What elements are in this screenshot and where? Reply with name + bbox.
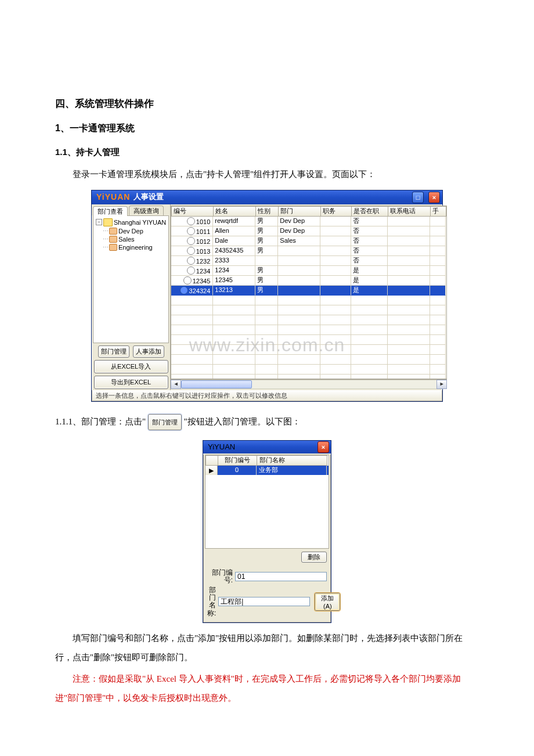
- table-row-empty: [171, 335, 446, 345]
- person-icon: [187, 247, 195, 255]
- tree-root-label: Shanghai YIYUAN: [114, 219, 166, 226]
- tree-root[interactable]: − Shanghai YIYUAN: [96, 218, 166, 227]
- tree-collapse-icon[interactable]: −: [96, 219, 102, 225]
- paragraph-1-1-1: 1.1.1、部门管理：点击" 部门管理 "按钮进入部门管理。以下图：: [55, 412, 479, 431]
- export-excel-button[interactable]: 导出到EXCEL: [94, 376, 168, 389]
- col-sex[interactable]: 性别: [256, 206, 279, 217]
- person-icon: [187, 237, 195, 245]
- dept-manage-button[interactable]: 部门管理: [98, 345, 129, 358]
- cell-dept-id: 0: [218, 466, 257, 475]
- grid-header: 编号 姓名 性别 部门 职务 是否在职 联系电话 手: [171, 206, 446, 217]
- table-row[interactable]: 1012Dale男Sales否: [171, 236, 446, 246]
- window-personnel-settings: YiYUAN 人事设置 □ × 部门查看 高级查询 −: [91, 190, 443, 402]
- dept-icon: [109, 236, 117, 243]
- table-row-empty: [171, 375, 446, 379]
- table-row-empty: [171, 315, 446, 325]
- tree-node[interactable]: ⋯ Dev Dep: [96, 227, 166, 235]
- dept-icon: [109, 244, 117, 251]
- tree-node-label: Engineering: [118, 244, 153, 251]
- col-id[interactable]: 编号: [171, 206, 214, 217]
- person-icon: [180, 286, 188, 294]
- person-icon: [187, 257, 195, 265]
- col-onjob[interactable]: 是否在职: [352, 206, 388, 217]
- col-dept-id[interactable]: 部门编号: [218, 455, 257, 466]
- input-dept-name[interactable]: [218, 597, 310, 606]
- table-row[interactable]: 1011Allen男Dev Dep否: [171, 226, 446, 236]
- dept-icon: [109, 228, 117, 235]
- tree-node-label: Dev Dep: [118, 228, 143, 235]
- table-row-empty: [171, 325, 446, 335]
- dept-grid[interactable]: 部门编号 部门名称 ▶ 0 业务部: [205, 455, 329, 549]
- table-row-empty: [171, 355, 446, 365]
- label-dept-name: 部门名称:: [207, 586, 216, 617]
- tab-dept-view[interactable]: 部门查看: [93, 206, 128, 216]
- dept-grid-row-selected[interactable]: ▶ 0 业务部: [205, 466, 329, 475]
- tree-node[interactable]: ⋯ Engineering: [96, 243, 166, 251]
- titlebar[interactable]: YiYUAN 人事设置 □ ×: [92, 190, 442, 204]
- table-row[interactable]: 101324352435男否: [171, 246, 446, 256]
- scroll-thumb[interactable]: [181, 380, 252, 388]
- label-dept-id: 部门编号:: [207, 569, 233, 584]
- dialog-dept-manage: YiYUAN × 部门编号 部门名称 ▶ 0 业务部: [203, 440, 331, 623]
- person-icon: [183, 276, 192, 285]
- table-row[interactable]: 1010rewqrtdf男Dev Dep否: [171, 217, 446, 226]
- status-bar: 选择一条信息，点击鼠标右键可以进行对应操作，双击可以修改信息: [92, 390, 442, 401]
- paragraph-intro: 登录一卡通管理系统模块后，点击"持卡人管理"组件打开人事设置。页面以下：: [55, 165, 479, 184]
- add-button[interactable]: 添加(A): [315, 593, 340, 611]
- dept-grid-header: 部门编号 部门名称: [205, 455, 329, 466]
- tree-node-label: Sales: [118, 236, 135, 243]
- horizontal-scrollbar[interactable]: ◄ ►: [171, 379, 447, 389]
- table-row-empty: [171, 365, 446, 375]
- import-excel-button[interactable]: 从EXCEL导入: [94, 360, 168, 373]
- table-row-empty: [171, 305, 446, 315]
- scroll-track[interactable]: [181, 380, 436, 389]
- table-row-empty: [171, 296, 446, 305]
- app-logo: YiYUAN: [96, 193, 130, 201]
- col-name[interactable]: 姓名: [214, 206, 256, 217]
- personnel-grid[interactable]: 编号 姓名 性别 部门 职务 是否在职 联系电话 手 1010rewqrtdf男…: [171, 206, 447, 379]
- folder-icon: [103, 218, 113, 226]
- col-tel[interactable]: 联系电话: [388, 206, 431, 217]
- maximize-button[interactable]: □: [412, 192, 424, 203]
- heading-1: 1、一卡通管理系统: [55, 118, 479, 138]
- scroll-right-button[interactable]: ►: [436, 380, 447, 389]
- table-row[interactable]: 12322333否: [171, 256, 446, 266]
- heading-1-1: 1.1、持卡人管理: [55, 142, 479, 161]
- sec111-pre: 1.1.1、部门管理：点击": [55, 417, 146, 426]
- col-dept-name[interactable]: 部门名称: [257, 455, 327, 466]
- add-person-button[interactable]: 人事添加: [133, 345, 164, 358]
- dialog-titlebar[interactable]: YiYUAN ×: [203, 441, 331, 453]
- person-icon: [187, 227, 195, 235]
- table-row[interactable]: 12341234男是: [171, 266, 446, 276]
- scroll-left-button[interactable]: ◄: [171, 380, 181, 389]
- inline-dept-manage-button: 部门管理: [148, 414, 182, 430]
- paragraph-fill-dept: 填写部门编号和部门名称，点击"添加"按钮用以添加部门。如删除某部门时，先选择列表…: [55, 629, 479, 667]
- dept-tree[interactable]: − Shanghai YIYUAN ⋯ Dev Dep ⋯ Sal: [93, 215, 169, 343]
- col-duty[interactable]: 职务: [321, 206, 352, 217]
- person-icon: [187, 217, 195, 225]
- delete-button[interactable]: 删除: [301, 552, 327, 563]
- window-title: 人事设置: [134, 193, 164, 201]
- table-row-empty: [171, 345, 446, 355]
- col-dept[interactable]: 部门: [279, 206, 321, 217]
- close-button[interactable]: ×: [317, 441, 329, 453]
- paragraph-note: 注意：假如是采取"从 Excel 导入人事资料"时，在完成导入工作后，必需切记将…: [55, 669, 479, 708]
- col-mobile[interactable]: 手: [431, 206, 446, 217]
- cell-dept-name: 业务部: [257, 466, 327, 475]
- table-row[interactable]: 1234512345男是: [171, 276, 446, 286]
- app-logo: YiYUAN: [208, 443, 235, 451]
- input-dept-id[interactable]: [235, 572, 327, 581]
- heading-section-4: 四、系统管理软件操作: [55, 93, 479, 114]
- person-icon: [187, 267, 195, 275]
- col-pointer: [205, 455, 218, 466]
- left-tabs: 部门查看 高级查询: [92, 204, 170, 215]
- table-row[interactable]: 32432413213男是: [171, 286, 446, 296]
- sec111-post: "按钮进入部门管理。以下图：: [184, 417, 301, 426]
- tab-advanced-search[interactable]: 高级查询: [129, 206, 164, 215]
- close-button[interactable]: ×: [428, 192, 440, 203]
- row-pointer-icon: ▶: [205, 466, 218, 475]
- tree-node[interactable]: ⋯ Sales: [96, 235, 166, 243]
